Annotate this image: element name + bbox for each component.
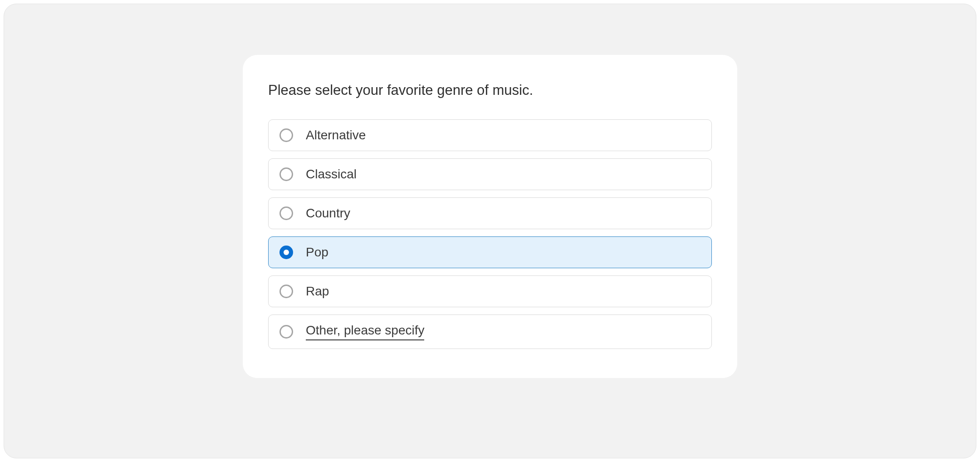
option-rap[interactable]: Rap xyxy=(268,275,712,307)
radio-icon xyxy=(279,128,293,142)
radio-icon xyxy=(279,167,293,181)
option-alternative[interactable]: Alternative xyxy=(268,119,712,151)
option-pop[interactable]: Pop xyxy=(268,236,712,268)
option-label: Rap xyxy=(306,284,329,299)
option-other[interactable]: Other, please specify xyxy=(268,315,712,349)
option-label: Alternative xyxy=(306,128,366,143)
options-list: Alternative Classical Country Pop Rap Ot xyxy=(268,119,712,349)
option-classical[interactable]: Classical xyxy=(268,158,712,190)
radio-icon xyxy=(279,206,293,220)
radio-icon xyxy=(279,285,293,298)
option-label: Classical xyxy=(306,167,357,182)
radio-icon xyxy=(279,246,293,259)
question-title: Please select your favorite genre of mus… xyxy=(268,82,712,98)
option-label: Pop xyxy=(306,245,328,260)
option-label: Country xyxy=(306,206,350,221)
radio-icon xyxy=(279,325,293,339)
option-country[interactable]: Country xyxy=(268,197,712,229)
option-label: Other, please specify xyxy=(306,323,424,340)
question-card: Please select your favorite genre of mus… xyxy=(243,55,737,378)
page-frame: Please select your favorite genre of mus… xyxy=(4,4,976,458)
